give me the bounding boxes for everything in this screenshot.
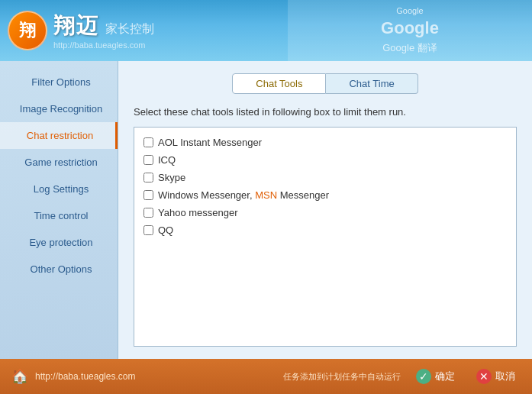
sidebar-item-image-recognition[interactable]: Image Recognition	[0, 95, 118, 122]
sidebar-item-filter-options[interactable]: Filter Options	[0, 69, 118, 95]
sidebar-item-eye-protection[interactable]: Eye protection	[0, 229, 118, 256]
footer-right: 任务添加到计划任务中自动运行 ✓ 确定 ✕ 取消	[283, 366, 521, 387]
list-item: Skype	[143, 170, 507, 185]
tab-chat-time[interactable]: Chat Time	[326, 73, 418, 94]
aol-checkbox[interactable]	[143, 137, 153, 147]
chat-tools-listbox: AOL Instant Messenger ICQ Skype Windows …	[134, 127, 517, 347]
sidebar-item-other-options[interactable]: Other Options	[0, 256, 118, 283]
description-text: Select these chat tools listed in follow…	[134, 106, 517, 118]
logo-subtitle: 家长控制	[105, 21, 154, 37]
footer: 🏠 http://baba.tueagles.com 任务添加到计划任务中自动运…	[0, 359, 532, 394]
header: 翔 翔迈 家长控制 http://baba.tueagles.com Googl…	[0, 0, 532, 61]
yahoo-label: Yahoo messenger	[158, 207, 238, 218]
windows-msn-label: Windows Messenger, MSN Messenger	[158, 189, 329, 201]
google-logo: Google	[381, 18, 439, 38]
footer-left: 🏠 http://baba.tueagles.com	[11, 367, 135, 386]
home-icon[interactable]: 🏠	[11, 367, 29, 386]
windows-msn-checkbox[interactable]	[143, 190, 153, 200]
aol-label: AOL Instant Messenger	[158, 137, 262, 148]
browser-address: Google	[396, 6, 423, 15]
icq-checkbox[interactable]	[143, 155, 153, 165]
cancel-icon: ✕	[476, 369, 492, 384]
main-content: Chat Tools Chat Time Select these chat t…	[118, 61, 532, 359]
header-url: http://baba.tueagles.com	[53, 40, 154, 50]
footer-extra-text: 任务添加到计划任务中自动运行	[283, 371, 401, 383]
sidebar-item-time-control[interactable]: Time control	[0, 202, 118, 229]
tab-bar: Chat Tools Chat Time	[232, 73, 418, 94]
layout: Filter Options Image Recognition Chat re…	[0, 61, 532, 359]
footer-url: http://baba.tueagles.com	[35, 371, 135, 382]
header-browser: Google Google Google 翻译	[288, 0, 532, 61]
cancel-button[interactable]: ✕ 取消	[470, 366, 521, 387]
logo-icon: 翔	[8, 11, 47, 50]
logo-area: 翔 翔迈 家长控制 http://baba.tueagles.com	[8, 11, 154, 50]
qq-label: QQ	[158, 224, 173, 236]
list-item: Yahoo messenger	[143, 205, 507, 220]
confirm-icon: ✓	[416, 369, 431, 384]
tab-chat-tools[interactable]: Chat Tools	[232, 73, 326, 94]
confirm-button[interactable]: ✓ 确定	[410, 366, 461, 387]
list-item: AOL Instant Messenger	[143, 135, 507, 150]
list-item: QQ	[143, 223, 507, 237]
qq-checkbox[interactable]	[143, 225, 153, 235]
list-item: ICQ	[143, 153, 507, 167]
logo-text: 翔迈	[53, 11, 99, 40]
cancel-label: 取消	[495, 370, 515, 383]
google-translate: Google 翻译	[382, 41, 437, 55]
confirm-label: 确定	[435, 370, 455, 383]
sidebar-item-chat-restriction[interactable]: Chat restriction	[0, 122, 118, 149]
icq-label: ICQ	[158, 154, 176, 166]
list-item: Windows Messenger, MSN Messenger	[143, 188, 507, 202]
sidebar-item-log-settings[interactable]: Log Settings	[0, 176, 118, 202]
skype-label: Skype	[158, 172, 185, 183]
yahoo-checkbox[interactable]	[143, 208, 153, 218]
sidebar: Filter Options Image Recognition Chat re…	[0, 61, 118, 359]
sidebar-item-game-restriction[interactable]: Game restriction	[0, 149, 118, 176]
skype-checkbox[interactable]	[143, 173, 153, 182]
